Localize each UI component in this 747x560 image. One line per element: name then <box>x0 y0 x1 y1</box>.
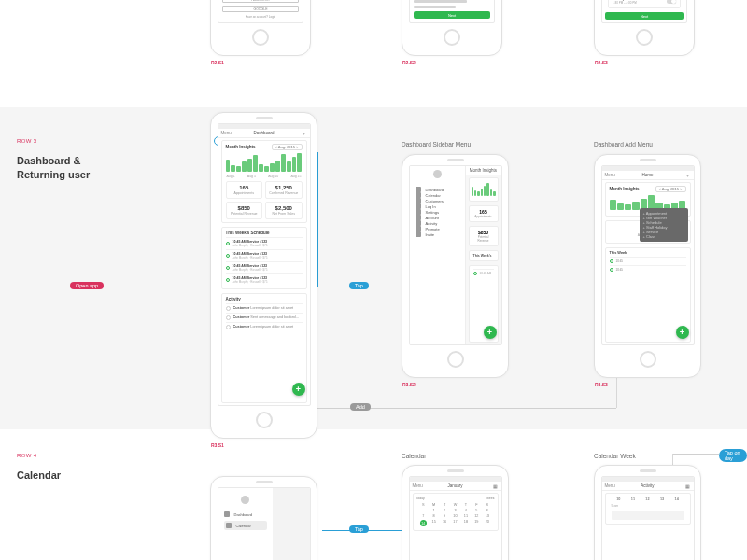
next-button[interactable]: Next <box>605 12 684 20</box>
selected-day[interactable]: 14 <box>420 520 427 526</box>
home-button[interactable] <box>444 29 460 46</box>
home-icon <box>224 511 230 517</box>
chart-label: Aug 1 <box>227 175 235 178</box>
metric-lbl: Potential Revenue <box>229 212 261 216</box>
home-button[interactable] <box>636 29 653 46</box>
tap-day-chip: Tap on day <box>719 449 747 462</box>
cal-cell[interactable]: M <box>429 503 439 507</box>
menu-button[interactable]: Menu <box>221 131 232 135</box>
tap-chip2: Tap <box>349 525 369 533</box>
grid-icon[interactable]: ▦ <box>493 483 499 489</box>
cal-cell[interactable]: 11 <box>626 497 641 501</box>
home-button[interactable] <box>447 351 464 368</box>
cal-cell[interactable]: F <box>472 503 482 507</box>
cal-cell[interactable]: 9 <box>439 514 449 518</box>
cal-cell[interactable]: 12 <box>641 497 655 501</box>
insights-title: Month Insights <box>610 187 640 191</box>
schedule-row[interactable]: 10:45 AM Service #123John Murphy · Roswe… <box>226 261 303 273</box>
sidebar-item-label: Log In <box>426 204 436 209</box>
menu-button[interactable]: Menu <box>605 483 615 488</box>
cal-cell[interactable]: 5 <box>472 509 482 512</box>
menu-button[interactable]: Menu <box>605 173 615 177</box>
activity-row[interactable]: Customer Lorem ipsum dolor sit amet <box>226 303 303 313</box>
cal-cell[interactable]: W <box>450 503 460 507</box>
month-selector[interactable]: < Aug. 2015 > <box>272 144 303 150</box>
toggle[interactable] <box>667 0 676 4</box>
home-button[interactable] <box>252 29 269 46</box>
cal-cell[interactable]: 6 <box>482 509 492 512</box>
metric-lbl: Appointments <box>229 191 261 195</box>
sidebar-item-calendar[interactable]: Calendar <box>224 521 267 530</box>
schedule-row[interactable]: 10:45 AM Service #123John Murphy · Roswe… <box>226 273 303 286</box>
sidebar-item[interactable]: Invite <box>416 231 459 237</box>
chart-labels: Aug 1 Aug 5 Aug 10 Aug 15 <box>226 175 303 178</box>
cal-cell[interactable] <box>418 509 429 512</box>
cal-cell[interactable]: 12 <box>472 514 482 518</box>
cal-cell[interactable]: 11 <box>460 514 471 518</box>
home-button[interactable] <box>640 351 656 368</box>
insights-title: Month Insights <box>226 145 256 149</box>
fab-add[interactable]: + <box>676 326 689 339</box>
sidebar-screen-title: Dashboard Sidebar Menu <box>402 141 471 147</box>
speaker <box>256 481 273 483</box>
cal-cell[interactable]: 3 <box>450 509 460 512</box>
today-button[interactable]: Today <box>416 497 425 500</box>
calendar-grid: Today week SMTWTFS 123456 78910111213 14… <box>413 493 499 531</box>
metric-num: $2,500 <box>268 205 300 211</box>
cal-cell[interactable]: T <box>460 503 471 507</box>
sidebar-mini-dash: Month Insights 165Appointments $850Poten… <box>466 166 501 344</box>
cal-cell[interactable]: 2 <box>439 509 449 512</box>
metric-num: $1,250 <box>268 185 300 190</box>
login-footer: Have an account? Login <box>222 15 299 19</box>
time-from: 1:30 PM <box>613 1 623 5</box>
cal-cell[interactable]: 10 <box>450 514 460 518</box>
sidebar-item-label: Dashboard <box>426 188 444 192</box>
fab-add[interactable]: + <box>292 383 305 396</box>
schedule-row[interactable]: 10:45 AM Service #123John Murphy · Roswe… <box>226 249 303 261</box>
fab-add[interactable]: + <box>484 326 497 339</box>
metric-net: $2,500Net From Sales <box>265 202 303 219</box>
nav-title: Month Insights <box>470 168 497 173</box>
week-toggle[interactable]: week <box>486 497 494 500</box>
month-selector[interactable]: < Aug. 2015 > <box>655 186 686 192</box>
activity-row[interactable]: Customer Sent a message and booked... <box>226 313 303 322</box>
add-chip: Add <box>350 403 371 411</box>
grid-icon[interactable]: ▦ <box>685 483 691 489</box>
cal-cell[interactable]: T <box>439 503 449 507</box>
cal-cell[interactable]: 4 <box>460 509 471 512</box>
cal-cell[interactable]: S <box>482 503 492 507</box>
cal-cell[interactable]: 13 <box>655 497 669 501</box>
sidebar-menu: DashboardCalendarCustomersLog InSettings… <box>410 166 465 241</box>
nav-title: Dashboard <box>253 131 274 135</box>
next-button[interactable]: Next <box>414 11 490 19</box>
event-block[interactable] <box>612 511 684 520</box>
user-icon <box>226 306 231 311</box>
facebook-button[interactable]: FACEBOOK <box>222 0 299 3</box>
sidebar-screen: DashboardCalendarCustomersLog InSettings… <box>409 165 502 345</box>
connector-add-vert <box>616 373 617 408</box>
row4-band: ROW 4 Calendar Tap Tap on day Dashboard … <box>0 443 747 560</box>
add-button[interactable]: ＋ <box>685 173 691 178</box>
add-button[interactable]: ＋ <box>302 131 307 136</box>
cal-cell[interactable]: 10 <box>612 497 627 501</box>
google-button[interactable]: GOOGLE <box>222 6 299 12</box>
cal-cell[interactable]: 7 <box>418 514 429 518</box>
cal-cell[interactable]: 1 <box>429 509 439 512</box>
mini-section: This Week's <box>469 250 499 261</box>
activity-row[interactable]: Customer Lorem ipsum dolor sit amet <box>226 322 303 331</box>
cal-cell[interactable]: 14 <box>669 497 684 501</box>
facebook-label: FACEBOOK <box>251 0 269 2</box>
home-button[interactable] <box>256 412 273 428</box>
cal-cell[interactable]: 13 <box>482 514 492 518</box>
status-dot-icon <box>226 266 230 270</box>
speaker <box>256 117 273 119</box>
cal-cell[interactable]: 8 <box>429 514 439 518</box>
schedule-row[interactable]: 10:45 AM Service #123John Murphy · Roswe… <box>226 237 303 249</box>
add-option[interactable]: + Class <box>643 234 684 239</box>
menu-button[interactable]: Menu <box>413 483 423 488</box>
cal-cell[interactable]: S <box>418 503 429 507</box>
insights-card: Month Insights < Aug. 2015 > Aug 1 Aug 5… <box>221 140 307 223</box>
sidebar-item-dashboard[interactable]: Dashboard <box>224 511 267 517</box>
calendar-icon <box>226 523 232 528</box>
dashboard-screen: Menu Dashboard ＋ Month Insights < Aug. 2… <box>218 123 311 406</box>
